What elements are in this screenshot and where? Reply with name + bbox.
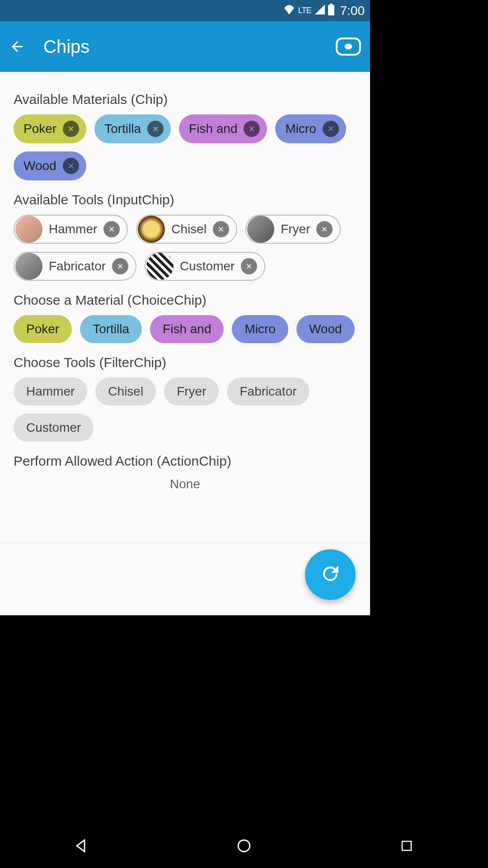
chip-label: Tortilla — [104, 122, 141, 136]
choice-chip-fishand[interactable]: Fish and — [150, 315, 224, 343]
chip-label: Customer — [26, 420, 81, 435]
chip-label: Micro — [244, 322, 275, 336]
materials-chip-row: Poker Tortilla Fish and Micro Wood — [14, 114, 357, 180]
svg-rect-1 — [328, 5, 334, 15]
chip-label: Fish and — [189, 122, 237, 136]
chip-label: Hammer — [26, 384, 75, 399]
chip-label: Chisel — [171, 222, 206, 236]
choice-chip-poker[interactable]: Poker — [14, 315, 72, 343]
wifi-icon — [283, 5, 296, 17]
svg-rect-0 — [330, 4, 333, 5]
close-icon[interactable] — [63, 158, 79, 174]
chip-label: Fryer — [281, 222, 310, 236]
status-bar: LTE 7:00 — [0, 0, 370, 21]
action-none-text: None — [14, 477, 357, 491]
chip-label: Chisel — [108, 384, 143, 399]
avatar-icon — [247, 216, 274, 243]
chip-tool-fabricator[interactable]: Fabricator — [14, 252, 136, 281]
filter-chip-hammer[interactable]: Hammer — [14, 377, 87, 406]
chip-material-fishand[interactable]: Fish and — [179, 114, 267, 143]
section-title-materials: Available Materials (Chip) — [14, 92, 357, 107]
chip-material-poker[interactable]: Poker — [14, 114, 86, 143]
chip-material-tortilla[interactable]: Tortilla — [94, 114, 171, 143]
chip-label: Micro — [285, 122, 316, 136]
chip-material-wood[interactable]: Wood — [14, 151, 86, 180]
close-icon[interactable] — [103, 221, 120, 237]
close-icon[interactable] — [63, 121, 79, 137]
section-title-action: Perform Allowed Action (ActionChip) — [14, 453, 357, 469]
section-title-choice: Choose a Material (ChoiceChip) — [14, 292, 357, 308]
filter-chip-fryer[interactable]: Fryer — [164, 377, 219, 406]
choice-chip-tortilla[interactable]: Tortilla — [80, 315, 142, 343]
choice-chip-wood[interactable]: Wood — [296, 315, 355, 343]
svg-point-2 — [345, 44, 352, 50]
chip-tool-customer[interactable]: Customer — [145, 252, 265, 281]
chip-label: Fabricator — [239, 384, 296, 399]
chip-label: Wood — [23, 159, 56, 173]
theme-toggle-button[interactable] — [336, 38, 361, 56]
page-title: Chips — [43, 37, 336, 57]
chip-tool-chisel[interactable]: Chisel — [136, 215, 237, 244]
chip-label: Customer — [180, 259, 235, 274]
refresh-icon — [319, 563, 341, 586]
signal-icon — [314, 5, 325, 17]
close-icon[interactable] — [323, 121, 339, 137]
avatar-icon — [15, 216, 42, 243]
close-icon[interactable] — [316, 221, 333, 237]
content-area: Available Materials (Chip) Poker Tortill… — [0, 72, 370, 615]
chip-label: Fryer — [177, 384, 206, 399]
choice-chip-row: Poker Tortilla Fish and Micro Wood — [14, 315, 357, 343]
close-icon[interactable] — [213, 221, 229, 237]
chip-material-micro[interactable]: Micro — [275, 114, 346, 143]
chip-tool-hammer[interactable]: Hammer — [14, 215, 128, 244]
divider — [0, 542, 370, 543]
chip-label: Poker — [26, 322, 59, 336]
chip-label: Fish and — [163, 322, 211, 336]
chip-label: Hammer — [49, 222, 97, 236]
choice-chip-micro[interactable]: Micro — [232, 315, 288, 343]
back-button[interactable] — [9, 38, 25, 55]
tools-chip-row: Hammer Chisel Fryer Fabricator Customer — [14, 215, 357, 281]
avatar-icon — [15, 253, 42, 280]
chip-label: Poker — [23, 122, 56, 136]
section-title-filter: Choose Tools (FilterChip) — [14, 355, 357, 370]
filter-chip-chisel[interactable]: Chisel — [95, 377, 156, 406]
app-bar: Chips — [0, 21, 370, 72]
filter-chip-customer[interactable]: Customer — [14, 414, 94, 442]
close-icon[interactable] — [241, 258, 257, 274]
avatar-icon — [146, 253, 174, 280]
chip-label: Fabricator — [49, 259, 106, 274]
lte-label: LTE — [298, 6, 311, 15]
avatar-icon — [138, 216, 165, 243]
chip-tool-fryer[interactable]: Fryer — [245, 215, 341, 244]
close-icon[interactable] — [112, 258, 128, 274]
section-title-tools: Available Tools (InputChip) — [14, 192, 357, 208]
status-clock: 7:00 — [340, 4, 365, 18]
close-icon[interactable] — [147, 121, 164, 137]
close-icon[interactable] — [244, 121, 260, 137]
chip-label: Tortilla — [93, 322, 129, 336]
filter-chip-fabricator[interactable]: Fabricator — [227, 377, 309, 406]
chip-label: Wood — [309, 322, 342, 336]
refresh-fab[interactable] — [305, 549, 356, 600]
battery-icon — [328, 4, 335, 18]
filter-chip-row: Hammer Chisel Fryer Fabricator Customer — [14, 377, 357, 442]
